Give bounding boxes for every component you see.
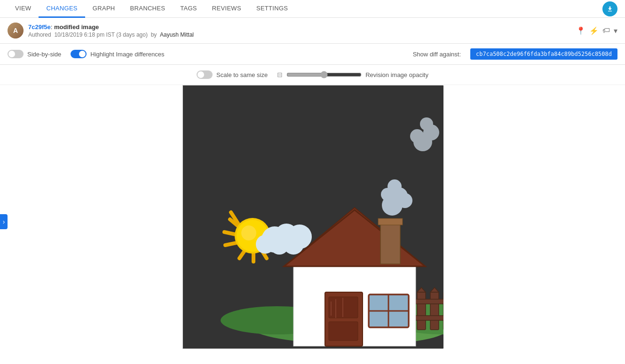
side-by-side-toggle-wrap[interactable]: Side-by-side xyxy=(8,50,61,58)
svg-point-25 xyxy=(381,188,394,201)
house-illustration xyxy=(183,85,443,349)
cherry-pick-icon[interactable]: ⚡ xyxy=(589,26,599,35)
chevron-down-icon[interactable]: ▾ xyxy=(614,26,617,35)
scale-label: Scale to same size xyxy=(216,71,268,78)
nav-view[interactable]: VIEW xyxy=(8,0,39,18)
scale-bar: Scale to same size ⊟ Revision image opac… xyxy=(0,65,625,85)
svg-point-29 xyxy=(410,129,424,143)
show-diff-label: Show diff against: xyxy=(413,51,461,58)
commit-author: Aayush Mittal xyxy=(160,31,194,38)
by-label: by xyxy=(151,31,157,38)
svg-rect-7 xyxy=(417,292,426,330)
highlight-label: Highlight Image differences xyxy=(90,51,164,58)
side-by-side-toggle[interactable] xyxy=(8,50,24,58)
side-by-side-label: Side-by-side xyxy=(27,51,61,58)
opacity-slider[interactable] xyxy=(286,71,362,78)
commit-icons: 📍 ⚡ 🏷 ▾ xyxy=(576,26,617,35)
tag-icon[interactable]: 🏷 xyxy=(602,26,610,35)
scale-to-same-size-wrap: Scale to same size xyxy=(197,70,268,79)
nav-reviews[interactable]: REVIEWS xyxy=(205,0,249,18)
nav-graph[interactable]: GRAPH xyxy=(85,0,123,18)
nav-changes[interactable]: CHANGES xyxy=(39,0,85,18)
svg-point-24 xyxy=(397,193,412,208)
commit-meta: Authored 10/18/2019 6:18 pm IST (3 days … xyxy=(28,31,576,38)
highlight-toggle[interactable] xyxy=(71,50,87,58)
authored-label: Authored xyxy=(28,31,51,38)
nav-tags[interactable]: TAGS xyxy=(173,0,205,18)
scale-toggle[interactable] xyxy=(197,70,213,79)
svg-rect-20 xyxy=(378,218,403,225)
slider-icon: ⊟ xyxy=(277,71,283,78)
svg-point-46 xyxy=(256,235,275,254)
svg-rect-8 xyxy=(430,292,439,330)
commit-bar: A 7c29f5e: modified image Authored 10/18… xyxy=(0,18,625,44)
svg-rect-48 xyxy=(329,297,358,318)
nav-branches[interactable]: BRANCHES xyxy=(123,0,173,18)
svg-point-28 xyxy=(420,117,433,131)
diff-options-bar: Side-by-side Highlight Image differences… xyxy=(0,44,625,65)
image-area xyxy=(0,85,625,358)
top-nav: VIEW CHANGES GRAPH BRANCHES TAGS REVIEWS… xyxy=(0,0,625,18)
svg-rect-49 xyxy=(329,322,358,341)
commit-date: 10/18/2019 6:18 pm IST (3 days ago) xyxy=(54,31,148,38)
commit-hash[interactable]: 7c29f5e xyxy=(28,23,51,31)
opacity-label: Revision image opacity xyxy=(365,71,428,78)
image-container xyxy=(182,85,443,349)
nav-settings[interactable]: SETTINGS xyxy=(249,0,295,18)
download-icon xyxy=(606,5,614,13)
arrow-handle[interactable] xyxy=(0,214,8,229)
avatar: A xyxy=(8,23,24,39)
pin-icon[interactable]: 📍 xyxy=(576,26,585,35)
svg-point-40 xyxy=(241,225,256,240)
svg-rect-19 xyxy=(380,222,400,264)
highlight-toggle-wrap[interactable]: Highlight Image differences xyxy=(71,50,164,58)
opacity-slider-container: ⊟ Revision image opacity xyxy=(277,71,428,78)
download-button[interactable] xyxy=(602,1,617,16)
commit-message: modified image xyxy=(52,23,99,31)
commit-info: 7c29f5e: modified image Authored 10/18/2… xyxy=(28,23,576,38)
show-diff-hash[interactable]: cb7ca508c2de96f6fda3bfa84c89bd5256c8508d xyxy=(470,48,617,60)
